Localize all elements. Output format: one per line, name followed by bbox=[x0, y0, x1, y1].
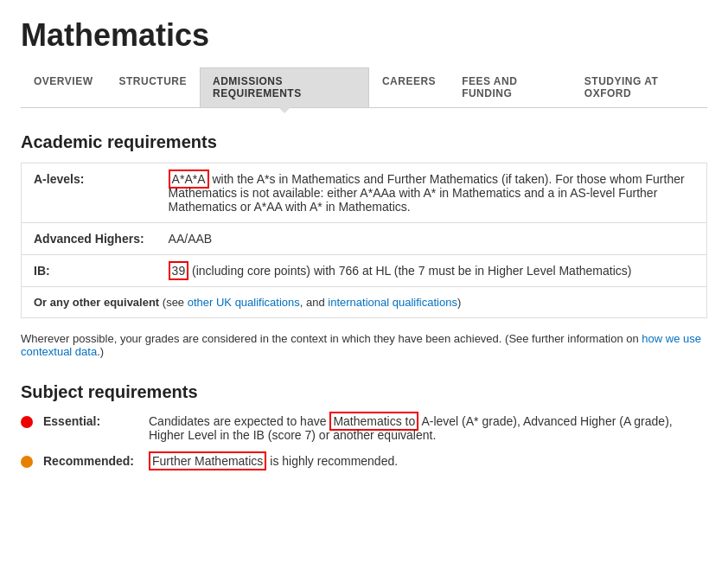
nav-tabs: OVERVIEW STRUCTURE ADMISSIONS REQUIREMEN… bbox=[21, 67, 707, 108]
other-text2: , and bbox=[300, 296, 329, 309]
recommended-dot bbox=[21, 456, 33, 468]
academic-requirements-heading: Academic requirements bbox=[21, 132, 707, 152]
tab-studying[interactable]: STUDYING AT OXFORD bbox=[572, 67, 707, 107]
table-row: Advanced Highers: AA/AAB bbox=[22, 223, 707, 255]
contextual-text1: Wherever possible, your grades are consi… bbox=[21, 332, 642, 345]
ib-highlighted: 39 bbox=[169, 261, 189, 280]
alevels-content: A*A*A with the A*s in Mathematics and Fu… bbox=[156, 163, 707, 223]
essential-label: Essential: bbox=[43, 414, 138, 428]
tab-fees[interactable]: FEES AND FUNDING bbox=[449, 67, 572, 107]
ib-text: (including core points) with 766 at HL (… bbox=[188, 264, 631, 278]
alevels-text: with the A*s in Mathematics and Further … bbox=[169, 172, 685, 214]
other-text3: ) bbox=[457, 296, 461, 309]
table-row: A-levels: A*A*A with the A*s in Mathemat… bbox=[22, 163, 707, 223]
table-row: IB: 39 (including core points) with 766 … bbox=[22, 255, 707, 287]
recommended-label: Recommended: bbox=[43, 454, 138, 468]
ib-label: IB: bbox=[22, 255, 156, 287]
academic-requirements-section: Academic requirements A-levels: A*A*A wi… bbox=[21, 132, 707, 318]
essential-text-before: Candidates are expected to have bbox=[149, 414, 329, 428]
table-row: Or any other equivalent (see other UK qu… bbox=[22, 287, 707, 318]
contextual-note: Wherever possible, your grades are consi… bbox=[21, 332, 707, 358]
recommended-highlighted: Further Mathematics bbox=[149, 451, 266, 470]
other-text1: (see bbox=[159, 296, 188, 309]
alevels-label: A-levels: bbox=[22, 163, 156, 223]
tab-structure[interactable]: STRUCTURE bbox=[105, 67, 200, 107]
subject-requirements-heading: Subject requirements bbox=[21, 382, 707, 402]
page-title: Mathematics bbox=[21, 17, 707, 54]
recommended-row: Recommended: Further Mathematics is high… bbox=[21, 454, 707, 468]
academic-requirements-table: A-levels: A*A*A with the A*s in Mathemat… bbox=[21, 163, 707, 318]
other-content: Or any other equivalent (see other UK qu… bbox=[22, 287, 707, 318]
other-link2[interactable]: international qualifications bbox=[328, 296, 457, 309]
subject-requirements-section: Subject requirements Essential: Candidat… bbox=[21, 382, 707, 468]
advanced-highers-content: AA/AAB bbox=[156, 223, 707, 255]
other-label: Or any other equivalent bbox=[34, 296, 159, 309]
essential-content: Candidates are expected to have Mathemat… bbox=[149, 414, 707, 442]
recommended-text-after: is highly recommended. bbox=[266, 454, 398, 468]
recommended-content: Further Mathematics is highly recommende… bbox=[149, 454, 707, 468]
essential-row: Essential: Candidates are expected to ha… bbox=[21, 414, 707, 442]
ib-content: 39 (including core points) with 766 at H… bbox=[156, 255, 707, 287]
other-link1[interactable]: other UK qualifications bbox=[188, 296, 300, 309]
tab-overview[interactable]: OVERVIEW bbox=[21, 67, 105, 107]
tab-admissions[interactable]: ADMISSIONS REQUIREMENTS bbox=[200, 67, 369, 107]
advanced-highers-label: Advanced Highers: bbox=[22, 223, 156, 255]
tab-careers[interactable]: CAREERS bbox=[369, 67, 449, 107]
contextual-text2: .) bbox=[97, 345, 104, 358]
essential-dot bbox=[21, 416, 33, 428]
